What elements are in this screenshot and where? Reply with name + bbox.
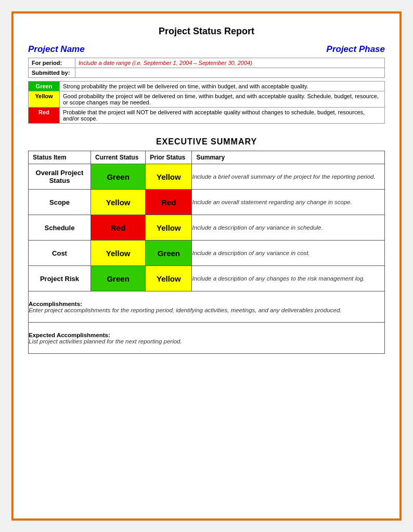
table-row: Scope Yellow Red Include an overall stat…: [29, 190, 385, 215]
summary-cost: Include a description of any variance in…: [192, 241, 385, 266]
prior-schedule: Yellow: [146, 215, 192, 241]
prior-risk: Yellow: [146, 266, 192, 291]
item-schedule: Schedule: [29, 215, 91, 241]
prior-cost: Green: [146, 241, 192, 266]
legend-yellow-row: Yellow Good probability the project will…: [29, 91, 385, 108]
badge-red: Red: [91, 215, 145, 240]
legend-red-desc: Probable that the project will NOT be de…: [60, 108, 385, 124]
accomplishments-row: Accomplishments: Enter project accomplis…: [29, 291, 385, 323]
badge-yellow: Yellow: [91, 241, 145, 265]
for-period-row: For period: Include a date range (i.e. S…: [29, 58, 385, 68]
page-title: Project Status Report: [28, 26, 385, 37]
expected-label: Expected Accomplishments:: [29, 332, 384, 338]
summary-overall: Include a brief overall summary of the p…: [192, 164, 385, 190]
submitted-by-row: Submitted by:: [29, 68, 385, 78]
current-scope: Yellow: [91, 190, 146, 215]
current-schedule: Red: [91, 215, 146, 241]
summary-scope: Include an overall statement regarding a…: [192, 190, 385, 215]
badge-yellow: Yellow: [146, 164, 191, 189]
badge-yellow: Yellow: [146, 215, 191, 240]
header-row: Project Name Project Phase: [28, 44, 385, 55]
executive-summary-title: EXECUTIVE SUMMARY: [28, 137, 385, 147]
item-cost: Cost: [29, 241, 91, 266]
legend-green-desc: Strong probability the project will be d…: [60, 82, 385, 91]
legend-yellow-color: Yellow: [29, 91, 60, 108]
for-period-label: For period:: [29, 58, 75, 68]
current-cost: Yellow: [91, 241, 146, 266]
badge-yellow: Yellow: [91, 190, 145, 215]
table-row: Cost Yellow Green Include a description …: [29, 241, 385, 266]
summary-risk: Include a description of any changes to …: [192, 266, 385, 291]
badge-green: Green: [91, 164, 145, 189]
legend-green-color: Green: [29, 82, 60, 91]
col-prior-status: Prior Status: [146, 151, 192, 164]
legend-green-row: Green Strong probability the project wil…: [29, 82, 385, 91]
item-risk: Project Risk: [29, 266, 91, 291]
badge-yellow: Yellow: [146, 266, 191, 291]
item-overall: Overall Project Status: [29, 164, 91, 190]
accomplishments-text: Enter project accomplishments for the re…: [29, 307, 384, 313]
legend-red-color: Red: [29, 108, 60, 124]
col-current-status: Current Status: [91, 151, 146, 164]
summary-schedule: Include a description of any variance in…: [192, 215, 385, 241]
page-border: Project Status Report Project Name Proje…: [11, 11, 402, 521]
badge-red: Red: [146, 190, 191, 215]
accomplishments-cell: Accomplishments: Enter project accomplis…: [29, 291, 385, 323]
prior-overall: Yellow: [146, 164, 192, 190]
project-name-label: Project Name: [28, 44, 85, 55]
info-table: For period: Include a date range (i.e. S…: [28, 58, 385, 78]
prior-scope: Red: [146, 190, 192, 215]
submitted-by-value: [75, 68, 385, 78]
current-overall: Green: [91, 164, 146, 190]
accomplishments-label: Accomplishments:: [29, 301, 384, 307]
table-row: Overall Project Status Green Yellow Incl…: [29, 164, 385, 190]
exec-table: Status Item Current Status Prior Status …: [28, 151, 385, 354]
legend-yellow-desc: Good probability the project will be del…: [60, 91, 385, 108]
expected-accomplishments-cell: Expected Accomplishments: List project a…: [29, 323, 385, 354]
for-period-value: Include a date range (i.e. September 1, …: [75, 58, 385, 68]
submitted-by-label: Submitted by:: [29, 68, 75, 78]
col-status-item: Status Item: [29, 151, 91, 164]
expected-accomplishments-row: Expected Accomplishments: List project a…: [29, 323, 385, 354]
item-scope: Scope: [29, 190, 91, 215]
table-row: Schedule Red Yellow Include a descriptio…: [29, 215, 385, 241]
table-row: Project Risk Green Yellow Include a desc…: [29, 266, 385, 291]
legend-red-row: Red Probable that the project will NOT b…: [29, 108, 385, 124]
expected-text: List project activities planned for the …: [29, 338, 384, 344]
current-risk: Green: [91, 266, 146, 291]
exec-table-header: Status Item Current Status Prior Status …: [29, 151, 385, 164]
badge-green: Green: [146, 241, 191, 265]
badge-green: Green: [91, 266, 145, 291]
project-phase-label: Project Phase: [327, 44, 385, 55]
color-legend-table: Green Strong probability the project wil…: [28, 81, 385, 124]
col-summary: Summary: [192, 151, 385, 164]
